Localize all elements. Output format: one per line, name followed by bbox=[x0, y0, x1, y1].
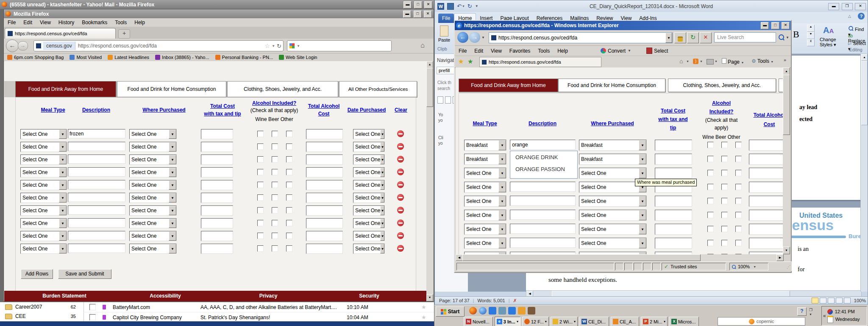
beer-checkbox[interactable] bbox=[721, 212, 728, 218]
task-button[interactable]: 2 Wi... ▾ bbox=[551, 317, 578, 326]
reload-icon[interactable]: ↻ bbox=[277, 43, 281, 49]
total-alcohol-cost-input[interactable] bbox=[306, 231, 343, 241]
wine-checkbox[interactable] bbox=[707, 226, 714, 232]
ie-menu-item[interactable]: Favorites bbox=[506, 48, 534, 54]
col-header-where-purchased[interactable]: Where Purchased bbox=[142, 107, 185, 113]
new-tab-button[interactable]: + bbox=[118, 29, 130, 39]
tab-food-home[interactable]: Food and Drink for Home Consumption bbox=[117, 81, 226, 97]
wine-checkbox[interactable] bbox=[257, 143, 264, 150]
clear-row-icon[interactable] bbox=[397, 245, 404, 252]
beer-checkbox[interactable] bbox=[272, 143, 278, 150]
wine-checkbox[interactable] bbox=[257, 169, 264, 175]
where-purchased-select[interactable]: Select One▼ bbox=[129, 129, 177, 139]
wine-checkbox[interactable] bbox=[257, 182, 264, 188]
scroll-left-icon[interactable]: ◀ bbox=[456, 254, 463, 261]
total-cost-input[interactable] bbox=[655, 154, 692, 165]
where-purchased-select[interactable]: Select One▼ bbox=[579, 196, 647, 207]
beer-checkbox[interactable] bbox=[721, 226, 728, 232]
clear-row-icon[interactable] bbox=[397, 156, 404, 163]
other-checkbox[interactable] bbox=[286, 194, 292, 201]
col-header-total-alcohol[interactable]: Total Alcohol bbox=[754, 112, 784, 118]
close-icon[interactable]: ✕ bbox=[424, 11, 432, 18]
scrollbar-thumb[interactable] bbox=[426, 68, 433, 107]
where-purchased-select[interactable]: Select One▼ bbox=[579, 168, 647, 179]
description-input[interactable] bbox=[510, 210, 576, 220]
meal-type-select[interactable]: Select One▼ bbox=[20, 180, 67, 190]
meal-type-select[interactable]: Breakfast▼ bbox=[464, 140, 506, 151]
clear-row-icon[interactable] bbox=[397, 169, 404, 175]
beer-checkbox[interactable] bbox=[272, 194, 278, 201]
quicklaunch-icon[interactable] bbox=[469, 307, 477, 315]
total-alcohol-cost-input[interactable] bbox=[749, 238, 784, 249]
where-purchased-select[interactable]: Select One▼ bbox=[129, 180, 177, 190]
total-cost-input[interactable] bbox=[655, 168, 692, 179]
meal-type-select[interactable]: Select One▼ bbox=[20, 244, 67, 254]
close-icon[interactable]: ✕ bbox=[782, 22, 790, 29]
nav-tab-headings-icon[interactable] bbox=[437, 96, 443, 104]
other-checkbox[interactable] bbox=[286, 169, 292, 175]
date-purchased-select[interactable]: Select One▼ bbox=[353, 218, 385, 228]
date-purchased-select[interactable]: Select One▼ bbox=[353, 205, 385, 216]
total-cost-input[interactable] bbox=[655, 196, 692, 207]
wine-checkbox[interactable] bbox=[707, 156, 714, 162]
total-cost-input[interactable] bbox=[655, 238, 692, 249]
total-cost-input[interactable] bbox=[201, 231, 233, 241]
mail-folder-row[interactable]: Career2007 62 bbox=[0, 302, 83, 312]
col-header-alcohol[interactable]: Alcohol Included? bbox=[252, 100, 296, 106]
other-checkbox[interactable] bbox=[735, 198, 742, 204]
col-header-date-purchased[interactable]: Date Purchased bbox=[348, 107, 386, 113]
wine-checkbox[interactable] bbox=[257, 245, 264, 252]
scroll-up-icon[interactable]: ▲ bbox=[783, 67, 790, 75]
wine-checkbox[interactable] bbox=[257, 194, 264, 201]
wine-checkbox[interactable] bbox=[257, 220, 264, 226]
col-header-description[interactable]: Description bbox=[529, 121, 556, 126]
total-alcohol-cost-input[interactable] bbox=[306, 244, 343, 254]
scrollbar-thumb[interactable] bbox=[861, 61, 868, 125]
clear-row-icon[interactable] bbox=[397, 130, 404, 137]
web-layout-view-icon[interactable] bbox=[828, 298, 835, 304]
add-rows-button[interactable]: Add Rows bbox=[21, 269, 53, 279]
wine-checkbox[interactable] bbox=[707, 170, 714, 176]
where-purchased-select[interactable]: Select One▼ bbox=[129, 193, 177, 203]
help-button[interactable]: ? bbox=[797, 307, 807, 316]
paste-icon[interactable] bbox=[440, 25, 448, 37]
total-alcohol-cost-input[interactable] bbox=[306, 180, 343, 190]
clear-row-icon[interactable] bbox=[397, 194, 404, 201]
where-purchased-select[interactable]: Select One▼ bbox=[129, 167, 177, 177]
zoom-level[interactable]: 100% bbox=[854, 298, 866, 303]
meal-type-select[interactable]: Select One▼ bbox=[20, 129, 67, 139]
task-button[interactable]: CE_A... bbox=[611, 317, 639, 326]
description-input[interactable] bbox=[68, 218, 125, 228]
description-input[interactable] bbox=[510, 238, 576, 248]
home-button[interactable]: ⌂ bbox=[417, 40, 428, 51]
col-header-alcohol-2[interactable]: Included? bbox=[709, 109, 734, 115]
beer-checkbox[interactable] bbox=[272, 233, 278, 239]
qat-customize-icon[interactable]: ▼ bbox=[475, 4, 479, 8]
other-checkbox[interactable] bbox=[735, 156, 742, 162]
total-alcohol-cost-input[interactable] bbox=[749, 154, 784, 165]
footer-security-link[interactable]: Security bbox=[359, 293, 379, 299]
where-purchased-select[interactable]: Breakfast▼ bbox=[579, 154, 647, 165]
task-button[interactable]: N Novell... bbox=[464, 317, 493, 326]
total-cost-input[interactable] bbox=[201, 142, 233, 152]
favorites-star-icon[interactable]: ★ bbox=[458, 58, 464, 65]
description-input[interactable] bbox=[68, 244, 125, 253]
meal-type-select[interactable]: Select One▼ bbox=[20, 155, 67, 165]
flag-icon[interactable] bbox=[103, 305, 106, 309]
date-purchased-select[interactable]: Select One▼ bbox=[353, 193, 385, 203]
tab-food-away[interactable]: Food and Drink Away from Home bbox=[15, 81, 116, 97]
wine-checkbox[interactable] bbox=[707, 198, 714, 204]
address-field[interactable]: https://respond.census.gov/ced/fda ▼ bbox=[489, 32, 673, 43]
date-day[interactable]: Wednesday bbox=[835, 317, 860, 322]
page-indicator[interactable]: Page: 17 of 37 bbox=[439, 298, 470, 303]
date-purchased-select[interactable]: Select One▼ bbox=[353, 142, 385, 152]
mail-message-row[interactable]: BatteryMart.com AA, AAA, C, D, and other… bbox=[83, 302, 434, 312]
autocomplete-item[interactable]: ORANGE PASSION bbox=[510, 163, 577, 175]
other-checkbox[interactable] bbox=[286, 143, 292, 150]
history-dropdown-icon[interactable]: ▼ bbox=[481, 36, 485, 39]
url-field[interactable]: census.gov https://respond.census.gov/ce… bbox=[33, 40, 284, 51]
nav-result-line4[interactable]: yo bbox=[438, 141, 443, 146]
other-checkbox[interactable] bbox=[735, 170, 742, 176]
other-checkbox[interactable] bbox=[735, 184, 742, 190]
save-submit-button[interactable]: Save and Submit bbox=[58, 269, 111, 279]
